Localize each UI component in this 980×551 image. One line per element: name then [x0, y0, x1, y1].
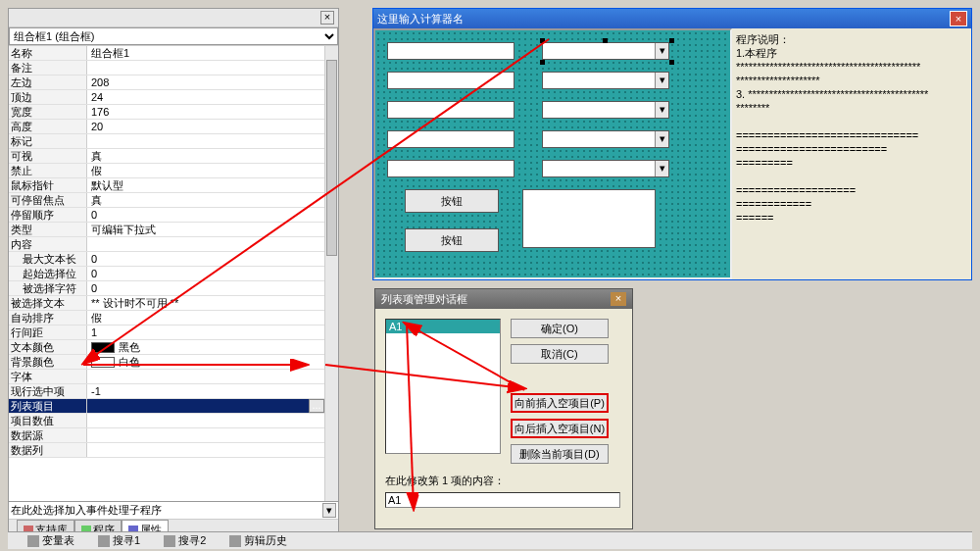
- property-row[interactable]: 数据源: [9, 428, 338, 443]
- property-value[interactable]: 1: [87, 326, 338, 339]
- scroll-thumb[interactable]: [326, 60, 337, 256]
- property-value[interactable]: 真: [87, 193, 338, 207]
- chevron-down-icon[interactable]: ▾: [655, 131, 668, 147]
- ellipsis-button[interactable]: ...: [309, 399, 324, 413]
- property-row[interactable]: 高度20: [9, 120, 338, 134]
- property-row[interactable]: 数据列: [9, 443, 338, 458]
- property-row[interactable]: 列表项目...: [9, 399, 338, 414]
- scrollbar[interactable]: [324, 46, 338, 501]
- property-row[interactable]: 项目数值: [9, 414, 338, 428]
- property-value[interactable]: [87, 237, 338, 251]
- panel-close-icon[interactable]: ×: [320, 11, 334, 25]
- property-row[interactable]: 内容: [9, 237, 338, 252]
- delete-button[interactable]: 删除当前项目(D): [511, 444, 609, 464]
- property-value[interactable]: [87, 134, 338, 148]
- combo-box[interactable]: ▾: [542, 130, 669, 148]
- property-row[interactable]: 备注: [9, 61, 338, 75]
- item-listbox[interactable]: A1: [385, 319, 501, 454]
- dropdown-icon[interactable]: ▾: [322, 503, 336, 518]
- dialog-titlebar[interactable]: 列表项管理对话框 ×: [375, 289, 632, 309]
- close-icon[interactable]: ×: [950, 11, 967, 26]
- property-row[interactable]: 被选择文本** 设计时不可用 **: [9, 296, 338, 311]
- property-value[interactable]: 176: [87, 105, 338, 119]
- property-row[interactable]: 可视真: [9, 149, 338, 164]
- property-value[interactable]: ** 设计时不可用 **: [87, 296, 338, 310]
- property-row[interactable]: 鼠标指针默认型: [9, 178, 338, 193]
- property-row[interactable]: 自动排序假: [9, 311, 338, 326]
- property-value[interactable]: 20: [87, 120, 338, 133]
- property-value[interactable]: 208: [87, 75, 338, 89]
- selection-handle[interactable]: [603, 38, 608, 43]
- property-value[interactable]: 假: [87, 311, 338, 325]
- combo-box[interactable]: ▾: [542, 101, 669, 119]
- property-value[interactable]: 0: [87, 252, 338, 266]
- combo-box[interactable]: ▾: [542, 160, 669, 177]
- chevron-down-icon[interactable]: ▾: [655, 161, 668, 176]
- property-row[interactable]: 左边208: [9, 75, 338, 90]
- property-row[interactable]: 起始选择位置0: [9, 267, 338, 281]
- event-selector-row[interactable]: 在此处选择加入事件处理子程序 ▾: [9, 502, 338, 520]
- toolbar-item[interactable]: 搜寻2: [164, 533, 206, 548]
- insert-before-button[interactable]: 向前插入空项目(P): [511, 393, 609, 413]
- property-value[interactable]: 可编辑下拉式: [87, 223, 338, 236]
- chevron-down-icon[interactable]: ▾: [655, 43, 668, 59]
- text-input[interactable]: [387, 101, 514, 119]
- property-row[interactable]: 禁止假: [9, 164, 338, 178]
- item-content-input[interactable]: [385, 492, 620, 508]
- selection-handle[interactable]: [669, 38, 674, 43]
- property-value[interactable]: 真: [87, 149, 338, 163]
- property-value[interactable]: [87, 370, 338, 383]
- property-value[interactable]: ...: [87, 399, 338, 413]
- property-value[interactable]: [87, 414, 338, 427]
- property-row[interactable]: 类型可编辑下拉式: [9, 223, 338, 237]
- property-value[interactable]: [87, 443, 338, 457]
- property-value[interactable]: 黑色: [87, 340, 338, 354]
- property-row[interactable]: 现行选中项-1: [9, 384, 338, 399]
- property-value[interactable]: 假: [87, 164, 338, 177]
- property-value[interactable]: 0: [87, 281, 338, 295]
- text-input[interactable]: [387, 160, 514, 177]
- property-row[interactable]: 名称组合框1: [9, 46, 338, 61]
- chevron-down-icon[interactable]: ▾: [655, 73, 668, 88]
- close-icon[interactable]: ×: [611, 292, 626, 306]
- property-row[interactable]: 行间距1: [9, 326, 338, 340]
- property-value[interactable]: 0: [87, 208, 338, 222]
- form-canvas[interactable]: ▾ ▾ ▾ ▾ ▾ 按钮 按钮: [373, 28, 732, 279]
- text-input[interactable]: [387, 42, 514, 60]
- property-value[interactable]: -1: [87, 384, 338, 398]
- property-row[interactable]: 背景颜色白色: [9, 355, 338, 370]
- text-input[interactable]: [387, 130, 514, 148]
- property-row[interactable]: 宽度176: [9, 105, 338, 120]
- property-value[interactable]: 24: [87, 90, 338, 104]
- combo-box[interactable]: ▾: [542, 72, 669, 89]
- toolbar-item[interactable]: 搜寻1: [98, 533, 140, 548]
- property-value[interactable]: 组合框1: [87, 46, 338, 60]
- property-row[interactable]: 停留顺序0: [9, 208, 338, 223]
- property-value[interactable]: 0: [87, 267, 338, 280]
- property-value[interactable]: 白色: [87, 355, 338, 369]
- chevron-down-icon[interactable]: ▾: [655, 102, 668, 118]
- selection-handle[interactable]: [669, 60, 674, 65]
- list-item[interactable]: A1: [386, 320, 500, 333]
- button[interactable]: 按钮: [405, 228, 499, 252]
- text-area[interactable]: [522, 189, 656, 248]
- property-row[interactable]: 可停留焦点真: [9, 193, 338, 208]
- property-row[interactable]: 最大文本长度0: [9, 252, 338, 267]
- property-row[interactable]: 被选择字符数0: [9, 281, 338, 296]
- property-row[interactable]: 顶边24: [9, 90, 338, 105]
- button[interactable]: 按钮: [405, 189, 499, 213]
- property-value[interactable]: [87, 428, 338, 442]
- property-row[interactable]: 标记: [9, 134, 338, 149]
- window-titlebar[interactable]: 这里输入计算器名 ×: [373, 9, 971, 28]
- cancel-button[interactable]: 取消(C): [511, 344, 609, 364]
- insert-after-button[interactable]: 向后插入空项目(N): [511, 419, 609, 438]
- property-value[interactable]: 默认型: [87, 178, 338, 192]
- selection-handle[interactable]: [540, 38, 545, 43]
- toolbar-item[interactable]: 变量表: [27, 533, 74, 548]
- text-input[interactable]: [387, 72, 514, 89]
- toolbar-item[interactable]: 剪辑历史: [229, 533, 287, 548]
- property-value[interactable]: [87, 61, 338, 75]
- object-selector[interactable]: 组合框1 (组合框): [9, 27, 338, 45]
- combo-box-selected[interactable]: ▾: [542, 42, 669, 60]
- selection-handle[interactable]: [540, 60, 545, 65]
